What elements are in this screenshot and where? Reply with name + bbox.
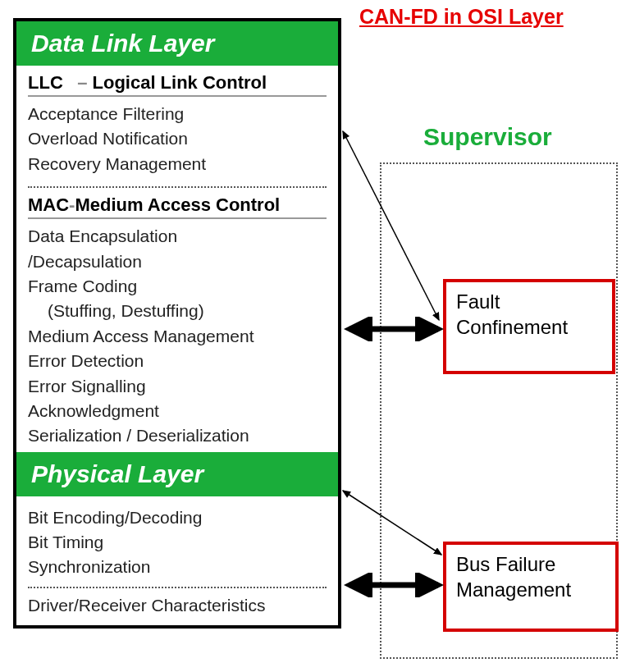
- mac-item: Serialization / Deserialization: [28, 423, 327, 447]
- llc-dash: –: [77, 72, 87, 93]
- physical-block: Bit Encoding/DecodingBit TimingSynchroni…: [16, 496, 338, 585]
- phys-items: Bit Encoding/DecodingBit TimingSynchroni…: [28, 505, 327, 579]
- mac-items: Data Encapsulation/DecapsulationFrame Co…: [28, 224, 327, 448]
- mac-block: MAC-Medium Access Control Data Encapsula…: [16, 188, 338, 452]
- mac-item: Error Signalling: [28, 374, 327, 398]
- fault-confinement-box: FaultConfinement: [443, 279, 615, 374]
- fault-line: Confinement: [456, 314, 602, 340]
- supervisor-label: Supervisor: [423, 123, 552, 151]
- mac-item: Acknowledgment: [28, 399, 327, 423]
- llc-block: LLC – Logical Link Control Acceptance Fi…: [16, 66, 338, 180]
- mac-item: /Decapsulation: [28, 249, 327, 273]
- mac-item: Error Detection: [28, 349, 327, 373]
- phys-item: Synchronization: [28, 555, 327, 578]
- data-link-layer-header: Data Link Layer: [16, 21, 338, 66]
- phys-extra: Driver/Receiver Characteristics: [28, 593, 327, 617]
- phys-item: Bit Encoding/Decoding: [28, 505, 327, 529]
- llc-header: LLC – Logical Link Control: [28, 72, 327, 94]
- bus-failure-box: Bus FailureManagement: [443, 542, 619, 632]
- llc-item: Recovery Management: [28, 152, 327, 176]
- llc-abbr: LLC: [28, 72, 72, 94]
- mac-full: Medium Access Control: [75, 194, 280, 215]
- llc-full: Logical Link Control: [93, 72, 267, 93]
- llc-item: Overload Notification: [28, 126, 327, 150]
- llc-item: Acceptance Filtering: [28, 102, 327, 126]
- phys-item: Bit Timing: [28, 530, 327, 554]
- mac-item: Frame Coding: [28, 274, 327, 298]
- phys-extra-block: Driver/Receiver Characteristics: [16, 588, 338, 625]
- diagram-title: CAN-FD in OSI Layer: [359, 5, 564, 29]
- mac-item: Medium Access Management: [28, 324, 327, 348]
- divider: [28, 95, 327, 97]
- mac-item: (Stuffing, Destuffing): [28, 299, 327, 322]
- fault-line: Fault: [456, 289, 602, 314]
- bus-line: Bus Failure: [456, 551, 605, 577]
- mac-abbr: MAC: [28, 194, 69, 215]
- mac-item: Data Encapsulation: [28, 224, 327, 248]
- bus-line: Management: [456, 577, 605, 602]
- physical-layer-header: Physical Layer: [16, 452, 338, 496]
- divider: [28, 217, 327, 219]
- osi-layers-panel: Data Link Layer LLC – Logical Link Contr…: [13, 18, 341, 629]
- llc-items: Acceptance FilteringOverload Notificatio…: [28, 102, 327, 176]
- mac-header: MAC-Medium Access Control: [28, 194, 327, 216]
